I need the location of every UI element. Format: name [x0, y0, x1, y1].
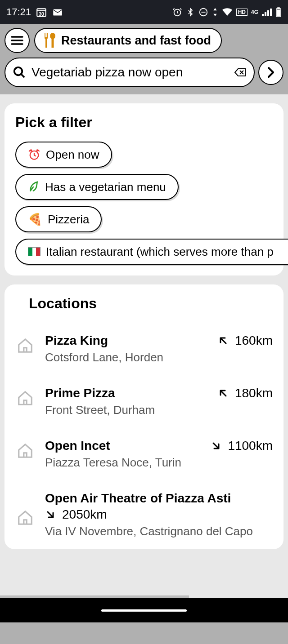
filter-open-now[interactable]: Open now — [15, 142, 112, 168]
calendar-icon: 30 — [36, 6, 47, 18]
svg-point-16 — [30, 149, 32, 151]
house-icon — [17, 509, 34, 526]
svg-point-12 — [50, 33, 55, 39]
svg-rect-7 — [267, 10, 269, 16]
location-address: Via IV Novembre, Castrignano del Capo — [45, 524, 273, 538]
wifi-icon — [222, 8, 233, 17]
location-distance: 2050km — [62, 507, 107, 522]
category-pill[interactable]: Restaurants and fast food — [34, 28, 222, 53]
leaf-icon — [28, 181, 40, 193]
filter-italian[interactable]: Italian restaurant (which serves more th… — [15, 239, 288, 265]
mail-icon — [52, 6, 63, 18]
location-name: Pizza King — [45, 333, 108, 348]
svg-rect-11 — [277, 10, 280, 16]
android-nav-bar — [0, 598, 288, 622]
svg-rect-13 — [52, 39, 54, 48]
next-button[interactable] — [258, 60, 284, 85]
location-distance: 180km — [235, 386, 273, 400]
location-address: Front Street, Durham — [45, 403, 273, 417]
search-field[interactable] — [4, 58, 255, 87]
hd-badge: HD — [236, 9, 248, 16]
location-item[interactable]: Open Air Theatre of Piazza Asti 2050km V… — [15, 480, 273, 549]
flag-italy-icon — [28, 247, 40, 256]
category-label: Restaurants and fast food — [61, 34, 211, 48]
filter-label: Has a vegetarian menu — [45, 180, 166, 194]
header-zone: Restaurants and fast food — [0, 24, 288, 94]
content-area: Pick a filter Open now Has a vegetarian … — [0, 94, 288, 622]
location-item[interactable]: Prime Pizza 180km Front Street, Durham — [15, 375, 273, 428]
updown-icon — [212, 7, 218, 17]
svg-point-14 — [14, 67, 22, 76]
hamburger-icon — [10, 35, 24, 46]
arrow-nw-icon — [218, 335, 229, 346]
location-name: Prime Pizza — [45, 386, 115, 400]
location-address: Cotsford Lane, Horden — [45, 351, 273, 364]
chevron-right-icon — [266, 66, 275, 79]
battery-icon — [275, 7, 282, 17]
pizza-icon: 🍕 — [28, 213, 42, 227]
locations-card: Locations Pizza King 160km Cotsford Lane… — [4, 284, 284, 549]
alarm-icon — [172, 7, 182, 17]
clear-icon[interactable] — [234, 67, 247, 78]
bluetooth-icon — [186, 7, 195, 17]
svg-rect-10 — [278, 8, 279, 9]
filter-pizzeria[interactable]: 🍕 Pizzeria — [15, 206, 102, 232]
location-item[interactable]: Open Incet 1100km Piazza Teresa Noce, Tu… — [15, 428, 273, 480]
search-input[interactable] — [32, 65, 229, 80]
filters-title: Pick a filter — [15, 114, 273, 131]
signal-icon — [262, 8, 272, 16]
filter-vegetarian[interactable]: Has a vegetarian menu — [15, 174, 179, 200]
fork-spoon-icon — [41, 32, 57, 49]
svg-rect-6 — [265, 12, 266, 16]
arrow-se-icon — [45, 509, 56, 520]
filters-card: Pick a filter Open now Has a vegetarian … — [4, 103, 284, 275]
location-distance: 160km — [235, 333, 273, 348]
location-item[interactable]: Pizza King 160km Cotsford Lane, Horden — [15, 323, 273, 375]
location-address: Piazza Teresa Noce, Turin — [45, 456, 273, 470]
arrow-se-icon — [211, 440, 221, 451]
menu-button[interactable] — [4, 28, 30, 53]
house-icon — [17, 390, 34, 407]
alarm-clock-icon — [28, 148, 40, 161]
status-time: 17:21 — [6, 6, 31, 18]
filter-label: Open now — [46, 148, 99, 162]
svg-point-17 — [36, 149, 39, 151]
location-distance: 1100km — [228, 439, 273, 453]
nav-handle[interactable] — [101, 609, 187, 612]
location-name: Open Air Theatre of Piazza Asti — [45, 491, 231, 506]
house-icon — [17, 442, 34, 459]
house-icon — [17, 337, 34, 354]
net-gen: 4G — [251, 9, 258, 15]
locations-title: Locations — [29, 295, 273, 312]
status-bar: 17:21 30 HD 4G — [0, 0, 288, 24]
dnd-icon — [198, 7, 208, 17]
location-name: Open Incet — [45, 439, 110, 453]
svg-text:30: 30 — [39, 11, 44, 17]
filter-label: Italian restaurant (which serves more th… — [46, 245, 274, 259]
arrow-nw-icon — [218, 388, 229, 399]
filter-label: Pizzeria — [48, 213, 89, 227]
search-icon — [13, 66, 26, 79]
svg-rect-8 — [270, 9, 272, 16]
svg-rect-5 — [262, 14, 264, 16]
